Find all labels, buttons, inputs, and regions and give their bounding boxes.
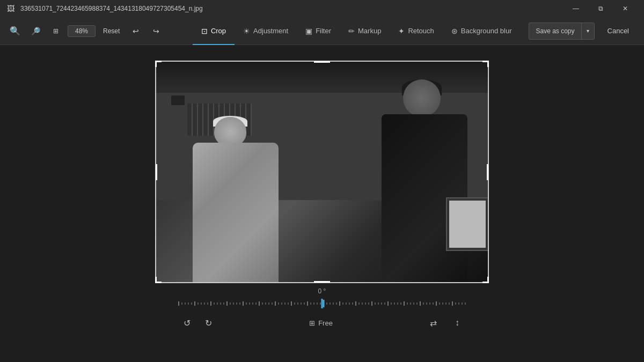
angle-display: 0 ° — [318, 287, 326, 295]
redo-button[interactable]: ↪ — [148, 23, 165, 40]
tab-crop[interactable]: ⊡ Crop — [193, 17, 235, 45]
nav-tabs: ⊡ Crop ☀ Adjustment ▣ Filter ✏ Markup ✦ … — [193, 17, 521, 45]
markup-tab-label: Markup — [358, 27, 381, 35]
svg-rect-42 — [313, 302, 314, 305]
svg-rect-80 — [436, 301, 437, 306]
handle-top[interactable] — [314, 61, 330, 63]
zoom-level-input[interactable]: 48% — [68, 25, 96, 37]
svg-rect-20 — [243, 301, 244, 306]
svg-rect-65 — [387, 301, 389, 306]
svg-rect-79 — [433, 302, 434, 305]
maximize-button[interactable]: ⧉ — [588, 0, 613, 17]
minimize-button[interactable]: — — [564, 0, 588, 17]
close-button[interactable]: ✕ — [613, 0, 638, 17]
svg-rect-8 — [204, 302, 205, 305]
svg-rect-60 — [371, 301, 372, 306]
svg-rect-85 — [452, 301, 453, 306]
toolbar: 🔍 🔎 ⊞ 48% Reset ↩ ↪ ⊡ Crop ☀ Adjustment … — [0, 17, 644, 45]
svg-rect-71 — [407, 302, 408, 305]
free-label: Free — [318, 319, 333, 327]
save-dropdown-arrow[interactable]: ▾ — [581, 23, 594, 39]
cancel-button[interactable]: Cancel — [599, 24, 638, 38]
svg-rect-39 — [304, 302, 305, 305]
undo-button[interactable]: ↩ — [127, 23, 144, 40]
svg-rect-16 — [230, 302, 231, 305]
svg-rect-4 — [191, 302, 192, 305]
fit-view-button[interactable]: ⊞ — [47, 23, 64, 40]
svg-rect-29 — [272, 302, 273, 305]
tab-adjustment[interactable]: ☀ Adjustment — [235, 17, 297, 45]
handle-left[interactable] — [156, 164, 157, 180]
tab-markup[interactable]: ✏ Markup — [340, 17, 390, 45]
svg-rect-41 — [310, 302, 311, 305]
svg-rect-89 — [465, 302, 466, 305]
svg-rect-87 — [458, 302, 459, 305]
svg-rect-15 — [226, 301, 228, 306]
svg-rect-51 — [342, 302, 343, 305]
title-bar-filename: 336531071_724423465988374_14341318049727… — [20, 5, 203, 12]
svg-rect-82 — [442, 302, 443, 305]
main-content: 0 ° ↺ ↻ ⊞ Free ⇄ ↕ — [0, 45, 644, 362]
svg-rect-70 — [404, 301, 405, 306]
svg-rect-52 — [346, 302, 347, 305]
crop-frame[interactable] — [155, 61, 489, 283]
svg-rect-12 — [217, 302, 218, 305]
svg-rect-76 — [423, 302, 424, 305]
corner-handle-br-v[interactable] — [487, 277, 489, 283]
tab-retouch[interactable]: ✦ Retouch — [390, 17, 442, 45]
angle-slider[interactable] — [177, 297, 467, 310]
svg-rect-69 — [400, 302, 401, 305]
handle-bottom[interactable] — [314, 281, 330, 283]
svg-rect-58 — [365, 302, 366, 305]
svg-rect-43 — [317, 302, 318, 305]
flip-horizontal-button[interactable]: ⇄ — [424, 314, 443, 331]
rotate-ccw-button[interactable]: ↺ — [177, 314, 196, 331]
free-button[interactable]: ⊞ Free — [304, 317, 338, 329]
adjustment-tab-icon: ☀ — [243, 27, 250, 35]
corner-handle-tl-v[interactable] — [155, 61, 157, 67]
zoom-in-button[interactable]: 🔍 — [6, 23, 24, 40]
svg-rect-56 — [358, 302, 360, 305]
corner-handle-tr-v[interactable] — [487, 61, 489, 67]
save-as-copy-button[interactable]: Save as copy ▾ — [529, 23, 594, 40]
reset-button[interactable]: Reset — [99, 25, 124, 37]
zoom-out-button[interactable]: 🔎 — [27, 23, 44, 40]
svg-rect-86 — [455, 302, 456, 305]
bottom-tools: ↺ ↻ ⊞ Free ⇄ ↕ — [177, 312, 467, 334]
svg-rect-11 — [214, 302, 215, 305]
toolbar-left: 🔍 🔎 ⊞ 48% Reset ↩ ↪ — [6, 23, 165, 40]
corner-handle-bl-v[interactable] — [155, 277, 157, 283]
svg-rect-33 — [284, 302, 286, 305]
rotate-cw-button[interactable]: ↻ — [199, 314, 218, 331]
svg-rect-28 — [268, 302, 269, 305]
handle-right[interactable] — [487, 164, 488, 180]
bottom-right-tools: ⇄ ↕ — [424, 314, 467, 331]
app-icon: 🖼 — [6, 4, 15, 13]
svg-rect-30 — [275, 301, 276, 306]
svg-rect-10 — [210, 301, 211, 306]
flip-vertical-button[interactable]: ↕ — [448, 314, 467, 331]
svg-rect-31 — [278, 302, 279, 305]
tab-background-blur[interactable]: ⊛ Background blur — [443, 17, 521, 45]
svg-rect-3 — [188, 302, 189, 305]
bg-blur-tab-icon: ⊛ — [451, 27, 458, 35]
svg-rect-17 — [233, 302, 234, 305]
svg-rect-61 — [375, 302, 376, 305]
svg-rect-7 — [201, 302, 202, 305]
svg-rect-32 — [281, 302, 282, 305]
svg-rect-75 — [420, 301, 421, 306]
save-as-copy-label[interactable]: Save as copy — [529, 23, 581, 39]
title-bar: 🖼 336531071_724423465988374_143413180497… — [0, 0, 644, 17]
svg-rect-53 — [349, 302, 350, 305]
svg-rect-27 — [265, 302, 266, 305]
svg-rect-2 — [185, 302, 186, 305]
filter-tab-label: Filter — [316, 27, 331, 35]
tab-filter[interactable]: ▣ Filter — [297, 17, 340, 45]
svg-rect-38 — [301, 302, 302, 305]
svg-rect-37 — [297, 302, 298, 305]
image-area[interactable] — [155, 61, 489, 283]
svg-rect-24 — [255, 302, 257, 305]
svg-rect-13 — [220, 302, 221, 305]
svg-rect-84 — [449, 302, 450, 305]
crop-tab-label: Crop — [211, 27, 226, 35]
